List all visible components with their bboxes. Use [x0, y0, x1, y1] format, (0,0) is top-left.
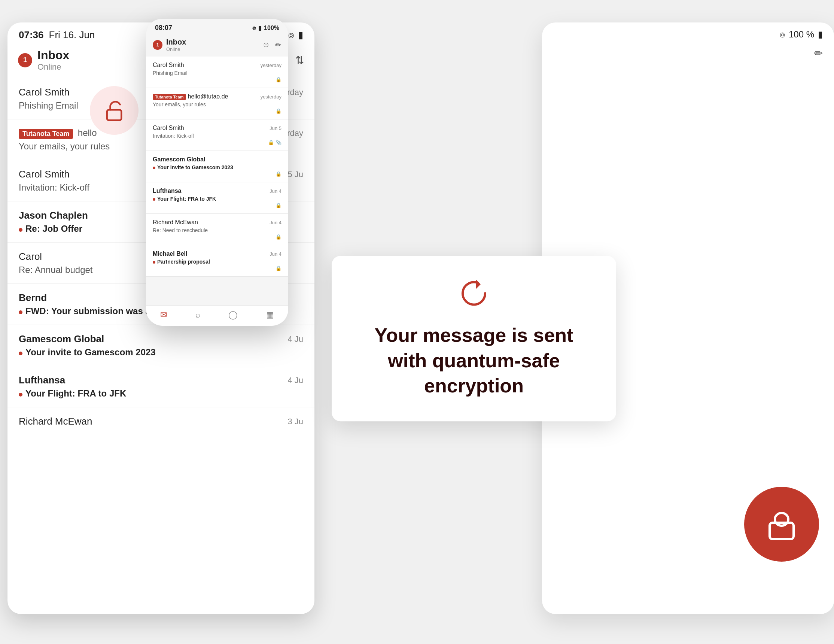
- phone-subject: Your Flight: FRA to JFK: [153, 196, 281, 202]
- tablet-status-icons: ⌾ ▮: [288, 29, 303, 41]
- tutanota-badge: Tutanota Team: [19, 129, 73, 139]
- unlock-icon: [101, 97, 127, 123]
- phone-status-bar: 08:07 ⌾ ▮ 100%: [146, 19, 288, 35]
- phone-nav-mail[interactable]: ✉: [160, 310, 167, 320]
- tablet-subject: Your invite to Gamescom 2023: [19, 347, 303, 358]
- phone-date: Jun 4: [270, 188, 281, 194]
- right-compose-icon[interactable]: ✏: [814, 47, 823, 59]
- unread-dot: [19, 351, 23, 355]
- phone-header-actions[interactable]: ☺ ✏: [262, 40, 281, 49]
- phone-header: 1 Inbox Online ☺ ✏: [146, 35, 288, 57]
- right-battery-icon: ▮: [818, 29, 823, 40]
- phone-tutanota-badge: Tutanota Team: [153, 94, 186, 100]
- tablet-sender: Richard McEwan: [19, 416, 92, 427]
- right-lock-container: [744, 487, 819, 561]
- svg-marker-3: [476, 280, 481, 289]
- tablet-sender: Jason Chaplen: [19, 210, 88, 221]
- tablet-sender: Gamescom Global: [19, 333, 104, 345]
- phone-emoji-icon[interactable]: ☺: [262, 40, 270, 49]
- center-card: Your message is sentwith quantum-safe en…: [332, 256, 616, 421]
- phone-sender: Tutanota Teamhello@tutao.de: [153, 93, 228, 100]
- tablet-sender: Carol Smith: [19, 86, 70, 98]
- unread-dot: [19, 311, 23, 314]
- phone-date: Jun 4: [270, 251, 281, 257]
- phone-device: 08:07 ⌾ ▮ 100% 1 Inbox Online ☺ ✏ Carol …: [146, 19, 288, 326]
- unread-dot: [153, 261, 155, 264]
- right-battery-pct: 100 %: [789, 29, 814, 40]
- tablet-sort-icon[interactable]: ⇅: [295, 54, 304, 66]
- tablet-sender: Bernd: [19, 292, 47, 304]
- phone-sender: Carol Smith: [153, 62, 184, 68]
- phone-date: Jun 5: [270, 125, 281, 131]
- phone-subject: Partnership proposal: [153, 259, 281, 265]
- tablet-sender: Lufthansa: [19, 374, 65, 386]
- phone-email-item[interactable]: Michael Bell Jun 4 Partnership proposal …: [146, 245, 288, 277]
- right-status-bar: ⌾ 100 % ▮: [542, 23, 834, 44]
- right-compose-area[interactable]: ✏: [542, 44, 834, 63]
- tablet-sender: Carol Smith: [19, 168, 70, 180]
- phone-email-item[interactable]: Gamescom Global Your invite to Gamescom …: [146, 151, 288, 182]
- phone-email-item[interactable]: Lufthansa Jun 4 Your Flight: FRA to JFK …: [146, 182, 288, 214]
- phone-nav-search[interactable]: ⌕: [196, 310, 200, 320]
- phone-subject: Re: Need to reschedule: [153, 227, 281, 233]
- phone-inbox-title: Inbox: [166, 38, 262, 47]
- tablet-sender: Tutanota Team hello: [19, 128, 97, 139]
- phone-lock-icon: 🔒: [153, 234, 281, 239]
- tablet-battery-icon: ▮: [298, 29, 303, 41]
- phone-lock-icon: 🔒: [153, 265, 281, 271]
- phone-sender: Richard McEwan: [153, 219, 198, 226]
- phone-date: yesterday: [260, 94, 281, 100]
- tablet-inbox-subtitle: Online: [37, 62, 69, 72]
- right-wifi-icon: ⌾: [780, 29, 785, 40]
- phone-lock-icon: 🔒: [153, 108, 281, 114]
- tablet-inbox-badge: 1: [18, 53, 32, 67]
- phone-date: Jun 4: [270, 220, 281, 225]
- tablet-date: 4 Ju: [288, 334, 303, 344]
- phone-subject: Invitation: Kick-off: [153, 133, 281, 139]
- phone-wifi-icon: ⌾: [252, 25, 256, 31]
- phone-email-item[interactable]: Carol Smith Jun 5 Invitation: Kick-off 🔒…: [146, 120, 288, 151]
- phone-sender: Michael Bell: [153, 251, 187, 257]
- phone-subject: Your emails, your rules: [153, 102, 281, 107]
- phone-subject: Phishing Email: [153, 70, 281, 76]
- phone-email-list: Carol Smith yesterday Phishing Email 🔒 T…: [146, 57, 288, 277]
- tablet-inbox-info: Inbox Online: [37, 48, 69, 72]
- unread-dot: [153, 167, 155, 169]
- phone-date: yesterday: [260, 63, 281, 68]
- phone-subject: Your invite to Gamescom 2023: [153, 164, 281, 170]
- phone-inbox-info: Inbox Online: [166, 38, 262, 52]
- phone-sender: Lufthansa: [153, 188, 181, 194]
- phone-email-item[interactable]: Carol Smith yesterday Phishing Email 🔒: [146, 57, 288, 88]
- phone-compose-icon[interactable]: ✏: [275, 40, 281, 49]
- right-lock-icon: [763, 505, 800, 543]
- tablet-date: 3 Ju: [288, 417, 303, 426]
- phone-email-item[interactable]: Richard McEwan Jun 4 Re: Need to resched…: [146, 214, 288, 245]
- phone-inbox-subtitle: Online: [166, 47, 262, 52]
- phone-battery-icon: ▮: [258, 24, 262, 31]
- unread-dot: [19, 228, 23, 232]
- tablet-date: 5 Ju: [288, 170, 303, 180]
- tablet-subject: Your Flight: FRA to JFK: [19, 388, 303, 399]
- svg-rect-0: [107, 110, 122, 120]
- tablet-email-item[interactable]: Richard McEwan 3 Ju: [8, 407, 314, 438]
- phone-nav-calendar[interactable]: ▦: [266, 310, 274, 320]
- phone-nav-contacts[interactable]: ◯: [228, 310, 238, 320]
- tablet-sender: Carol: [19, 251, 42, 262]
- phone-time: 08:07: [155, 24, 172, 32]
- phone-inbox-badge: 1: [153, 40, 162, 50]
- tablet-email-item[interactable]: Gamescom Global 4 Ju Your invite to Game…: [8, 325, 314, 366]
- phone-battery-pct: 100%: [264, 25, 279, 31]
- phone-lock-icon: 🔒 📎: [153, 140, 281, 145]
- phone-lock-icon: 🔒: [153, 171, 281, 177]
- phone-sender: Carol Smith: [153, 125, 184, 131]
- center-card-sync-icon: [362, 278, 586, 314]
- phone-nav-bar: ✉ ⌕ ◯ ▦: [146, 305, 288, 326]
- phone-lock-icon: 🔒: [153, 77, 281, 83]
- tablet-wifi-icon: ⌾: [288, 29, 294, 41]
- tablet-email-item[interactable]: Lufthansa 4 Ju Your Flight: FRA to JFK: [8, 366, 314, 407]
- tablet-date: Fri 16. Jun: [49, 29, 95, 41]
- phone-email-item[interactable]: Tutanota Teamhello@tutao.de yesterday Yo…: [146, 88, 288, 120]
- phone-sender: Gamescom Global: [153, 156, 205, 163]
- tablet-inbox-title: Inbox: [37, 48, 69, 62]
- unlock-bubble: [90, 86, 139, 135]
